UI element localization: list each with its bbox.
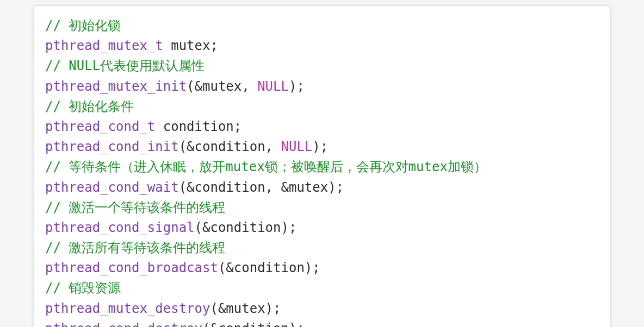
code-token: mutex [202,79,242,94]
code-snippet-frame: // 初始化锁 pthread_mutex_t mutex; // NULL代表… [34,5,610,327]
code-token: ; [234,119,242,134]
code-token: (& [210,301,226,316]
code-token: // NULL代表使用默认属性 [45,58,205,73]
code-token: ); [305,260,320,275]
code-token: , & [265,180,289,195]
code-token: , [242,79,257,94]
code-token: pthread_cond_t [45,119,155,134]
code-token: pthread_cond_wait [45,180,179,195]
code-token: condition [210,220,281,235]
code-line: pthread_mutex_t mutex; [45,38,218,53]
code-token: condition [195,139,265,154]
code-line: pthread_cond_signal(&condition); [45,220,296,235]
code-token: (& [195,220,210,235]
code-token: pthread_cond_broadcast [45,260,218,275]
code-token: // 初始化条件 [45,99,134,114]
code-line: pthread_mutex_destroy(&mutex); [45,301,281,316]
code-token: ); [312,139,328,154]
code-token: pthread_mutex_t [45,38,163,53]
code-line: pthread_cond_wait(&condition, &mutex); [45,180,344,195]
code-token: (& [202,321,218,327]
code-token: mutex [289,180,328,195]
code-token: condition [234,260,305,275]
code-token: ; [210,38,218,53]
code-line: pthread_cond_destroy(&condition); [45,321,305,327]
code-line: pthread_mutex_init(&mutex, NULL); [45,79,305,94]
code-token: ); [289,79,305,94]
code-line: pthread_cond_t condition; [45,119,242,134]
code-token: pthread_cond_signal [45,220,195,235]
code-token: condition [195,180,265,195]
code-token: mutex [226,301,265,316]
code-token: ); [265,301,281,316]
code-token: pthread_cond_init [45,139,179,154]
code-token: NULL [257,79,289,94]
code-token: // 初始化锁 [45,18,121,33]
code-token: // 销毁资源 [45,280,121,295]
code-token: pthread_mutex_init [45,79,187,94]
code-token: (& [179,180,195,195]
code-token: ); [328,180,344,195]
code-line: // 销毁资源 [45,280,121,295]
code-line: pthread_cond_init(&condition, NULL); [45,139,328,154]
code-token: // 激活一个等待该条件的线程 [45,200,225,215]
code-line: // 等待条件（进入休眠，放开mutex锁；被唤醒后，会再次对mutex加锁） [45,159,487,174]
code-line: // 激活所有等待该条件的线程 [45,240,225,255]
code-token: ); [289,321,305,327]
code-token: mutex [163,38,210,53]
code-token: condition [218,321,289,327]
code-token: pthread_cond_destroy [45,321,202,327]
code-token: (& [179,139,195,154]
code-token: ); [281,220,297,235]
code-token: NULL [281,139,313,154]
code-token: // 等待条件（进入休眠，放开mutex锁；被唤醒后，会再次对mutex加锁） [45,159,487,174]
code-line: // 激活一个等待该条件的线程 [45,200,225,215]
code-token: condition [155,119,234,134]
code-token: (& [218,260,234,275]
code-token: (& [187,79,202,94]
code-line: // 初始化条件 [45,99,134,114]
code-line: // NULL代表使用默认属性 [45,58,205,73]
code-line: // 初始化锁 [45,18,121,33]
code-line: pthread_cond_broadcast(&condition); [45,260,320,275]
code-token: pthread_mutex_destroy [45,301,210,316]
code-token: // 激活所有等待该条件的线程 [45,240,225,255]
code-block: // 初始化锁 pthread_mutex_t mutex; // NULL代表… [45,16,599,327]
code-token: , [265,139,281,154]
